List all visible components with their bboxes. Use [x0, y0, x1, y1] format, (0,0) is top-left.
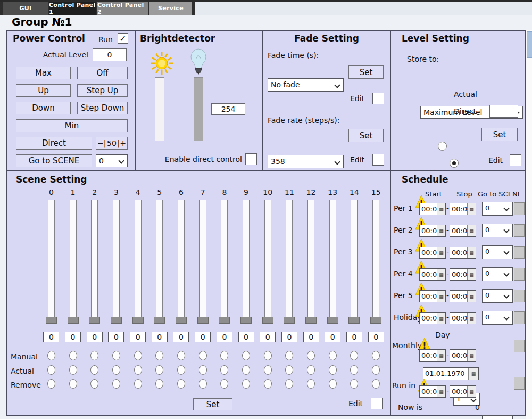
schedule-stop-time-picker[interactable]: 00:0 ▦	[450, 290, 476, 302]
scene-slider-thumb[interactable]	[305, 317, 317, 324]
detector-level-field[interactable]: 254	[211, 103, 245, 115]
scene-slider-thumb[interactable]	[111, 317, 122, 324]
calendar-icon[interactable]: ▦	[437, 386, 445, 397]
monthly-start-time-picker[interactable]: 00:0 ▦	[419, 349, 446, 362]
scene-slider-track[interactable]	[156, 200, 163, 321]
manual-radio[interactable]	[242, 351, 250, 360]
schedule-stop-time-picker[interactable]: 00:0 ▦	[450, 225, 476, 237]
schedule-scene-select[interactable]: 0	[482, 202, 513, 216]
run-in-stop-time-picker[interactable]: 00:0 ▦	[450, 385, 476, 398]
go-to-scene-button[interactable]: Go to SCENE	[16, 154, 92, 167]
step-down-button[interactable]: Step Down	[77, 102, 128, 114]
tab-control-panel-2[interactable]: Control Panel 2	[97, 2, 148, 15]
actual-radio[interactable]	[285, 365, 293, 375]
manual-radio[interactable]	[329, 351, 337, 360]
calendar-icon[interactable]: ▦	[467, 350, 476, 361]
actual-radio[interactable]	[69, 365, 77, 375]
scene-value-field[interactable]: 0	[65, 332, 81, 342]
scene-slider-track[interactable]	[264, 200, 271, 321]
remove-radio[interactable]	[134, 379, 142, 389]
scene-slider-track[interactable]	[286, 200, 293, 321]
actual-radio[interactable]	[155, 365, 163, 375]
scene-slider-track[interactable]	[135, 200, 142, 321]
scene-value-field[interactable]: 0	[260, 332, 276, 342]
schedule-scene-select[interactable]: 0	[482, 289, 513, 303]
schedule-apply-button[interactable]	[514, 290, 525, 302]
actual-radio[interactable]	[90, 365, 98, 375]
calendar-icon[interactable]: ▦	[467, 247, 476, 258]
calendar-icon[interactable]: ▦	[468, 368, 478, 380]
schedule-stop-time-picker[interactable]: 00:0 ▦	[450, 312, 476, 324]
scene-value-field[interactable]: 0	[152, 332, 168, 342]
manual-radio[interactable]	[285, 351, 293, 360]
scene-slider-track[interactable]	[113, 200, 120, 321]
scene-slider-thumb[interactable]	[262, 317, 273, 324]
scene-slider-thumb[interactable]	[219, 317, 230, 324]
down-button[interactable]: Down	[16, 102, 71, 114]
actual-radio[interactable]	[350, 365, 358, 375]
remove-radio[interactable]	[264, 379, 272, 389]
fade-rate-edit-checkbox[interactable]	[372, 154, 384, 166]
scene-slider-track[interactable]	[48, 200, 55, 321]
spinner-plus-icon[interactable]: |+	[118, 139, 126, 147]
direct-button[interactable]: Direct	[16, 137, 92, 150]
power-scene-select[interactable]: 0	[96, 154, 128, 167]
scene-slider-track[interactable]	[221, 200, 228, 321]
scene-edit-checkbox[interactable]	[371, 398, 383, 409]
scene-value-field[interactable]: 0	[108, 332, 124, 342]
schedule-apply-button[interactable]	[514, 268, 525, 281]
remove-radio[interactable]	[112, 379, 120, 389]
scene-slider-thumb[interactable]	[240, 317, 252, 324]
run-checkbox[interactable]: ✓	[118, 33, 128, 44]
schedule-scene-select[interactable]: 0	[482, 245, 513, 259]
scene-value-field[interactable]: 0	[173, 332, 189, 342]
vertical-scrollbar[interactable]	[526, 30, 532, 419]
scene-slider-thumb[interactable]	[176, 317, 187, 324]
remove-radio[interactable]	[307, 379, 315, 389]
schedule-apply-button[interactable]	[514, 246, 525, 259]
schedule-start-time-picker[interactable]: 00:0 ▦	[419, 268, 446, 281]
store-direct-radio[interactable]	[450, 159, 459, 168]
calendar-icon[interactable]: ▦	[437, 203, 445, 215]
scene-slider-thumb[interactable]	[154, 317, 165, 324]
monthly-apply-button[interactable]	[514, 340, 525, 352]
step-up-button[interactable]: Step Up	[77, 84, 128, 97]
remove-radio[interactable]	[155, 379, 163, 389]
manual-radio[interactable]	[177, 351, 185, 360]
manual-radio[interactable]	[264, 351, 272, 360]
schedule-stop-time-picker[interactable]: 00:0 ▦	[450, 268, 476, 281]
scene-value-field[interactable]: 0	[325, 332, 340, 342]
manual-radio[interactable]	[155, 351, 163, 360]
actual-radio[interactable]	[177, 365, 185, 375]
up-button[interactable]: Up	[16, 84, 71, 97]
scene-value-field[interactable]: 0	[281, 332, 297, 342]
scene-value-field[interactable]: 0	[195, 332, 211, 342]
remove-radio[interactable]	[69, 379, 77, 389]
remove-radio[interactable]	[47, 379, 55, 389]
schedule-start-time-picker[interactable]: 00:0 ▦	[419, 247, 446, 259]
remove-radio[interactable]	[220, 379, 228, 389]
calendar-icon[interactable]: ▦	[467, 225, 476, 236]
fade-rate-select[interactable]: 358	[268, 155, 344, 168]
manual-radio[interactable]	[220, 351, 228, 360]
actual-radio[interactable]	[199, 365, 207, 375]
schedule-scene-select[interactable]: 0	[482, 267, 513, 281]
tab-control-panel-1[interactable]: Control Panel 1	[49, 2, 96, 15]
schedule-start-time-picker[interactable]: 00:0 ▦	[419, 290, 446, 302]
scene-value-field[interactable]: 0	[368, 332, 384, 342]
manual-radio[interactable]	[69, 351, 77, 360]
level-edit-checkbox[interactable]	[510, 154, 521, 166]
manual-radio[interactable]	[350, 351, 358, 360]
scene-value-field[interactable]: 0	[87, 332, 103, 342]
enable-direct-control-checkbox[interactable]	[245, 153, 257, 165]
manual-radio[interactable]	[199, 351, 207, 360]
fade-time-edit-checkbox[interactable]	[372, 93, 384, 104]
scene-slider-thumb[interactable]	[132, 317, 144, 324]
spinner-minus-icon[interactable]: −|	[97, 139, 106, 147]
calendar-icon[interactable]: ▦	[437, 269, 445, 280]
tab-gui[interactable]: GUI	[3, 2, 48, 15]
actual-radio[interactable]	[47, 365, 55, 375]
remove-radio[interactable]	[90, 379, 98, 389]
scene-slider-thumb[interactable]	[197, 317, 209, 324]
schedule-start-time-picker[interactable]: 00:0 ▦	[419, 312, 446, 324]
